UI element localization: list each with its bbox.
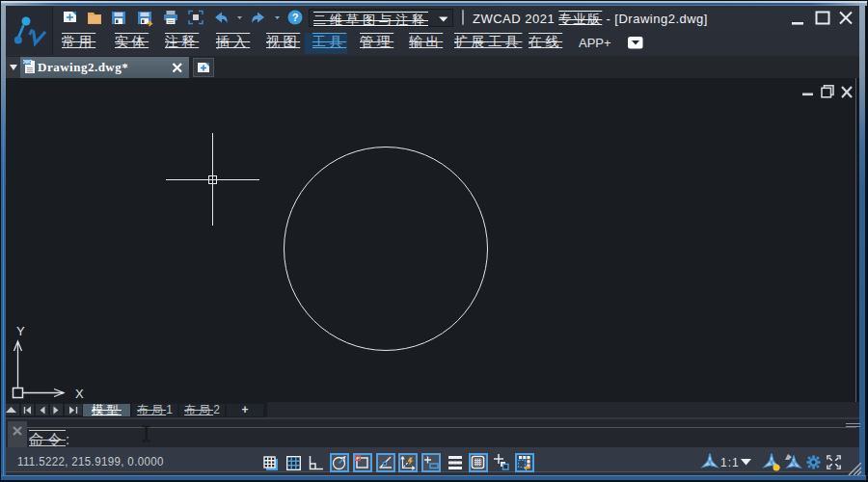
svg-text:Y: Y bbox=[16, 324, 25, 338]
svg-text:?: ? bbox=[292, 12, 299, 23]
svg-text:X: X bbox=[75, 387, 84, 401]
svg-text:DWG: DWG bbox=[23, 60, 33, 65]
